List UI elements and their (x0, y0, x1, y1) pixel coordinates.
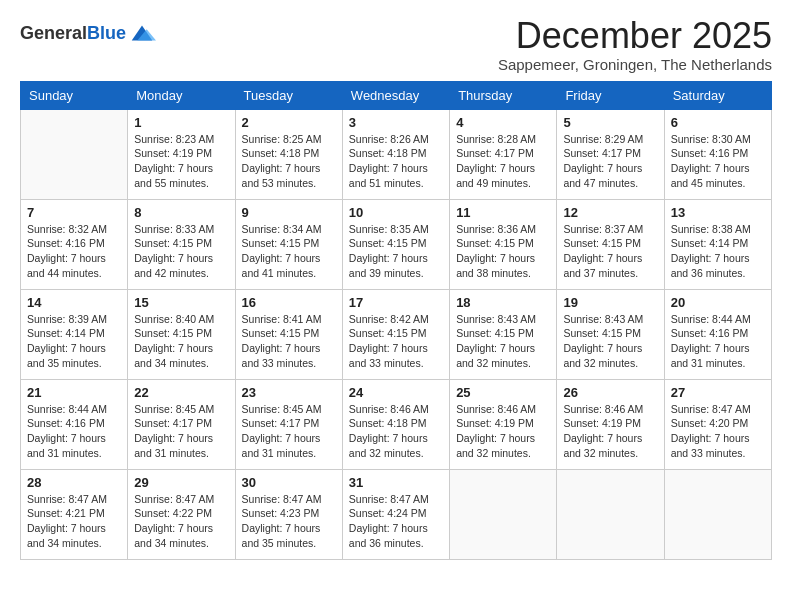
calendar-cell: 19Sunrise: 8:43 AMSunset: 4:15 PMDayligh… (557, 289, 664, 379)
day-number: 5 (563, 115, 657, 130)
day-info: Sunrise: 8:46 AMSunset: 4:18 PMDaylight:… (349, 402, 443, 461)
calendar-cell: 21Sunrise: 8:44 AMSunset: 4:16 PMDayligh… (21, 379, 128, 469)
calendar-cell: 9Sunrise: 8:34 AMSunset: 4:15 PMDaylight… (235, 199, 342, 289)
day-info: Sunrise: 8:40 AMSunset: 4:15 PMDaylight:… (134, 312, 228, 371)
calendar-cell: 8Sunrise: 8:33 AMSunset: 4:15 PMDaylight… (128, 199, 235, 289)
day-number: 2 (242, 115, 336, 130)
calendar-cell: 23Sunrise: 8:45 AMSunset: 4:17 PMDayligh… (235, 379, 342, 469)
day-info: Sunrise: 8:26 AMSunset: 4:18 PMDaylight:… (349, 132, 443, 191)
day-info: Sunrise: 8:37 AMSunset: 4:15 PMDaylight:… (563, 222, 657, 281)
calendar-cell: 7Sunrise: 8:32 AMSunset: 4:16 PMDaylight… (21, 199, 128, 289)
day-number: 14 (27, 295, 121, 310)
day-number: 11 (456, 205, 550, 220)
day-info: Sunrise: 8:23 AMSunset: 4:19 PMDaylight:… (134, 132, 228, 191)
day-number: 8 (134, 205, 228, 220)
calendar-cell: 30Sunrise: 8:47 AMSunset: 4:23 PMDayligh… (235, 469, 342, 559)
day-info: Sunrise: 8:41 AMSunset: 4:15 PMDaylight:… (242, 312, 336, 371)
calendar-week-3: 14Sunrise: 8:39 AMSunset: 4:14 PMDayligh… (21, 289, 772, 379)
day-number: 13 (671, 205, 765, 220)
logo-general-text: General (20, 23, 87, 43)
day-info: Sunrise: 8:25 AMSunset: 4:18 PMDaylight:… (242, 132, 336, 191)
day-info: Sunrise: 8:44 AMSunset: 4:16 PMDaylight:… (27, 402, 121, 461)
day-number: 12 (563, 205, 657, 220)
calendar-week-2: 7Sunrise: 8:32 AMSunset: 4:16 PMDaylight… (21, 199, 772, 289)
day-info: Sunrise: 8:30 AMSunset: 4:16 PMDaylight:… (671, 132, 765, 191)
month-title: December 2025 (498, 16, 772, 56)
day-info: Sunrise: 8:34 AMSunset: 4:15 PMDaylight:… (242, 222, 336, 281)
calendar-header-row: SundayMondayTuesdayWednesdayThursdayFrid… (21, 81, 772, 109)
calendar-cell: 15Sunrise: 8:40 AMSunset: 4:15 PMDayligh… (128, 289, 235, 379)
calendar-cell (664, 469, 771, 559)
calendar-cell: 2Sunrise: 8:25 AMSunset: 4:18 PMDaylight… (235, 109, 342, 199)
day-number: 10 (349, 205, 443, 220)
day-info: Sunrise: 8:42 AMSunset: 4:15 PMDaylight:… (349, 312, 443, 371)
calendar-cell: 28Sunrise: 8:47 AMSunset: 4:21 PMDayligh… (21, 469, 128, 559)
logo-blue-text: Blue (87, 23, 126, 43)
day-number: 9 (242, 205, 336, 220)
day-info: Sunrise: 8:29 AMSunset: 4:17 PMDaylight:… (563, 132, 657, 191)
weekday-header-thursday: Thursday (450, 81, 557, 109)
location-subtitle: Sappemeer, Groningen, The Netherlands (498, 56, 772, 73)
calendar-week-4: 21Sunrise: 8:44 AMSunset: 4:16 PMDayligh… (21, 379, 772, 469)
day-number: 17 (349, 295, 443, 310)
calendar-cell: 4Sunrise: 8:28 AMSunset: 4:17 PMDaylight… (450, 109, 557, 199)
day-number: 26 (563, 385, 657, 400)
weekday-header-friday: Friday (557, 81, 664, 109)
calendar-cell (557, 469, 664, 559)
calendar-cell: 3Sunrise: 8:26 AMSunset: 4:18 PMDaylight… (342, 109, 449, 199)
day-info: Sunrise: 8:47 AMSunset: 4:23 PMDaylight:… (242, 492, 336, 551)
day-number: 21 (27, 385, 121, 400)
calendar-cell: 11Sunrise: 8:36 AMSunset: 4:15 PMDayligh… (450, 199, 557, 289)
calendar-cell: 1Sunrise: 8:23 AMSunset: 4:19 PMDaylight… (128, 109, 235, 199)
calendar-week-1: 1Sunrise: 8:23 AMSunset: 4:19 PMDaylight… (21, 109, 772, 199)
day-info: Sunrise: 8:38 AMSunset: 4:14 PMDaylight:… (671, 222, 765, 281)
day-number: 19 (563, 295, 657, 310)
day-number: 28 (27, 475, 121, 490)
calendar-cell: 10Sunrise: 8:35 AMSunset: 4:15 PMDayligh… (342, 199, 449, 289)
weekday-header-sunday: Sunday (21, 81, 128, 109)
weekday-header-saturday: Saturday (664, 81, 771, 109)
page-header: GeneralBlue December 2025 Sappemeer, Gro… (20, 16, 772, 73)
calendar-cell: 17Sunrise: 8:42 AMSunset: 4:15 PMDayligh… (342, 289, 449, 379)
logo: GeneralBlue (20, 20, 156, 48)
calendar-cell: 14Sunrise: 8:39 AMSunset: 4:14 PMDayligh… (21, 289, 128, 379)
day-info: Sunrise: 8:47 AMSunset: 4:21 PMDaylight:… (27, 492, 121, 551)
day-info: Sunrise: 8:35 AMSunset: 4:15 PMDaylight:… (349, 222, 443, 281)
calendar-cell: 16Sunrise: 8:41 AMSunset: 4:15 PMDayligh… (235, 289, 342, 379)
day-number: 27 (671, 385, 765, 400)
day-info: Sunrise: 8:36 AMSunset: 4:15 PMDaylight:… (456, 222, 550, 281)
calendar-cell: 25Sunrise: 8:46 AMSunset: 4:19 PMDayligh… (450, 379, 557, 469)
day-info: Sunrise: 8:32 AMSunset: 4:16 PMDaylight:… (27, 222, 121, 281)
calendar-cell: 20Sunrise: 8:44 AMSunset: 4:16 PMDayligh… (664, 289, 771, 379)
day-info: Sunrise: 8:47 AMSunset: 4:22 PMDaylight:… (134, 492, 228, 551)
calendar-cell: 18Sunrise: 8:43 AMSunset: 4:15 PMDayligh… (450, 289, 557, 379)
day-number: 18 (456, 295, 550, 310)
day-number: 25 (456, 385, 550, 400)
day-info: Sunrise: 8:39 AMSunset: 4:14 PMDaylight:… (27, 312, 121, 371)
calendar-cell: 24Sunrise: 8:46 AMSunset: 4:18 PMDayligh… (342, 379, 449, 469)
day-number: 31 (349, 475, 443, 490)
day-info: Sunrise: 8:47 AMSunset: 4:24 PMDaylight:… (349, 492, 443, 551)
day-number: 29 (134, 475, 228, 490)
day-number: 15 (134, 295, 228, 310)
title-block: December 2025 Sappemeer, Groningen, The … (498, 16, 772, 73)
weekday-header-tuesday: Tuesday (235, 81, 342, 109)
day-info: Sunrise: 8:44 AMSunset: 4:16 PMDaylight:… (671, 312, 765, 371)
calendar-table: SundayMondayTuesdayWednesdayThursdayFrid… (20, 81, 772, 560)
day-info: Sunrise: 8:45 AMSunset: 4:17 PMDaylight:… (134, 402, 228, 461)
calendar-cell: 13Sunrise: 8:38 AMSunset: 4:14 PMDayligh… (664, 199, 771, 289)
calendar-week-5: 28Sunrise: 8:47 AMSunset: 4:21 PMDayligh… (21, 469, 772, 559)
day-number: 1 (134, 115, 228, 130)
day-number: 7 (27, 205, 121, 220)
calendar-cell: 12Sunrise: 8:37 AMSunset: 4:15 PMDayligh… (557, 199, 664, 289)
day-info: Sunrise: 8:43 AMSunset: 4:15 PMDaylight:… (563, 312, 657, 371)
day-info: Sunrise: 8:33 AMSunset: 4:15 PMDaylight:… (134, 222, 228, 281)
day-info: Sunrise: 8:47 AMSunset: 4:20 PMDaylight:… (671, 402, 765, 461)
calendar-cell (450, 469, 557, 559)
weekday-header-wednesday: Wednesday (342, 81, 449, 109)
calendar-cell: 22Sunrise: 8:45 AMSunset: 4:17 PMDayligh… (128, 379, 235, 469)
day-info: Sunrise: 8:28 AMSunset: 4:17 PMDaylight:… (456, 132, 550, 191)
day-number: 3 (349, 115, 443, 130)
calendar-cell: 26Sunrise: 8:46 AMSunset: 4:19 PMDayligh… (557, 379, 664, 469)
weekday-header-monday: Monday (128, 81, 235, 109)
